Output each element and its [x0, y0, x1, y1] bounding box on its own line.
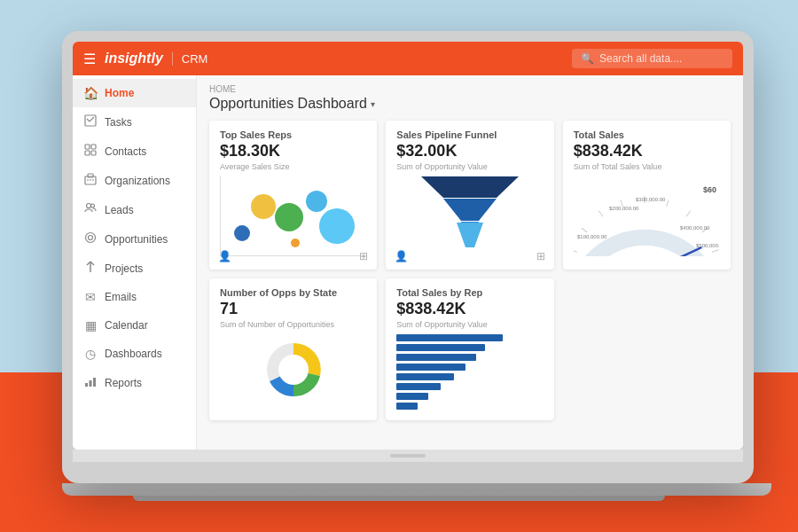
tasks-icon [83, 114, 98, 129]
card-subtitle-top-sales-reps: Average Sales Size [220, 162, 366, 171]
bar-row-5 [396, 373, 543, 380]
gauge-chart: $0.00 $400,000.00 $500,000.00 $200,000.0… [574, 176, 720, 256]
search-input[interactable] [599, 52, 724, 65]
crm-label: CRM [172, 52, 208, 66]
card-subtitle-total-sales: Sum of Total Sales Value [574, 162, 720, 171]
svg-point-43 [278, 355, 309, 385]
svg-rect-3 [85, 151, 90, 155]
sidebar-label-emails: Emails [105, 291, 137, 303]
sidebar-label-home: Home [105, 87, 134, 99]
bubble-4 [319, 208, 355, 244]
sidebar-label-projects: Projects [105, 262, 143, 275]
home-icon: 🏠 [83, 86, 98, 100]
card-total-sales: Total Sales $838.42K Sum of Total Sales … [563, 121, 731, 270]
sidebar-label-organizations: Organizations [105, 175, 170, 187]
sidebar-item-home[interactable]: 🏠 Home [73, 79, 196, 107]
svg-line-31 [686, 211, 691, 216]
person-icon-2: 👤 [395, 250, 408, 262]
sidebar-item-emails[interactable]: ✉ Emails [73, 283, 196, 311]
bubble-1 [251, 194, 276, 219]
svg-rect-2 [91, 145, 96, 149]
sidebar-item-contacts[interactable]: Contacts [73, 137, 196, 166]
svg-rect-1 [85, 145, 90, 149]
svg-rect-19 [93, 378, 96, 387]
dashboards-icon: ◷ [83, 347, 98, 361]
leads-icon [83, 202, 98, 217]
bar-row-1 [396, 334, 543, 341]
calendar-icon: ▦ [83, 318, 98, 332]
bubble-3 [306, 191, 327, 212]
sidebar-item-calendar[interactable]: ▦ Calendar [73, 311, 196, 340]
sidebar-label-calendar: Calendar [105, 319, 148, 332]
card-footer-sales-pipeline: 👤 ⊞ [386, 250, 553, 262]
card-title-sales-pipeline: Sales Pipeline Funnel [396, 129, 543, 140]
sidebar-item-tasks[interactable]: Tasks [73, 107, 196, 137]
bar-row-4 [396, 364, 543, 371]
bubble-chart [220, 176, 366, 256]
donut-chart [220, 334, 366, 405]
sidebar-item-opportunities[interactable]: Opportunities [73, 224, 196, 254]
opportunities-icon [83, 231, 98, 246]
sidebar-label-reports: Reports [105, 377, 142, 389]
bar-row-3 [396, 354, 543, 361]
card-value-sales-pipeline: $32.00K [396, 142, 543, 160]
svg-point-12 [86, 233, 96, 243]
svg-line-25 [574, 250, 577, 252]
sidebar-label-opportunities: Opportunities [105, 233, 168, 246]
card-value-top-sales-reps: $18.30K [220, 142, 366, 160]
page-title: Opportunities Dashboard [209, 96, 367, 112]
svg-line-33 [712, 250, 719, 252]
emails-icon: ✉ [83, 290, 98, 304]
svg-line-30 [666, 200, 668, 207]
reports-icon [83, 375, 98, 390]
bar-chart [396, 334, 543, 410]
svg-rect-4 [91, 151, 96, 155]
card-title-top-sales-reps: Top Sales Reps [220, 129, 366, 140]
sidebar-item-projects[interactable]: Projects [73, 254, 196, 283]
card-title-total-sales-by-rep: Total Sales by Rep [396, 287, 543, 298]
projects-icon [83, 261, 98, 276]
page-title-dropdown-icon[interactable]: ▾ [371, 99, 375, 109]
svg-line-27 [598, 211, 603, 216]
sidebar-item-dashboards[interactable]: ◷ Dashboards [73, 340, 196, 368]
sidebar-item-leads[interactable]: Leads [73, 195, 196, 224]
organizations-icon [83, 173, 98, 188]
search-icon: 🔍 [581, 52, 594, 65]
main-content: HOME Opportunities Dashboard ▾ Top Sales… [197, 75, 743, 450]
bar-row-2 [396, 344, 543, 351]
dashboard-grid: Top Sales Reps $18.30K Average Sales Siz… [209, 121, 731, 420]
svg-marker-23 [457, 223, 483, 247]
breadcrumb: HOME [209, 84, 731, 94]
topnav: ☰ insightly CRM 🔍 [73, 42, 743, 75]
card-sales-pipeline: Sales Pipeline Funnel $32.00K Sum of Opp… [386, 121, 553, 270]
svg-text:$400,000.00: $400,000.00 [680, 225, 710, 231]
hamburger-icon[interactable]: ☰ [83, 51, 96, 67]
card-title-opps-by-state: Number of Opps by State [220, 287, 366, 298]
sidebar-label-contacts: Contacts [105, 145, 146, 158]
card-title-total-sales: Total Sales [574, 129, 720, 140]
sidebar: 🏠 Home Tasks [73, 75, 197, 450]
card-top-sales-reps: Top Sales Reps $18.30K Average Sales Siz… [209, 121, 377, 270]
grid-icon: ⊞ [359, 250, 368, 262]
svg-text:$100,000.00: $100,000.00 [577, 234, 607, 239]
bar-row-8 [396, 403, 543, 410]
card-subtitle-total-sales-by-rep: Sum of Opportunity Value [396, 320, 543, 329]
card-total-sales-by-rep: Total Sales by Rep $838.42K Sum of Oppor… [386, 278, 553, 420]
person-icon: 👤 [218, 250, 231, 262]
svg-point-13 [89, 236, 93, 240]
card-value-total-sales: $838.42K [574, 142, 720, 160]
funnel-chart [396, 176, 543, 261]
sidebar-item-reports[interactable]: Reports [73, 368, 196, 397]
bar-row-7 [396, 393, 543, 400]
svg-text:$300,000.00: $300,000.00 [636, 197, 666, 202]
sidebar-item-organizations[interactable]: Organizations [73, 166, 196, 195]
card-footer-top-sales-reps: 👤 ⊞ [209, 250, 377, 262]
grid-icon-2: ⊞ [536, 250, 545, 262]
card-value-opps-by-state: 71 [220, 300, 366, 318]
search-bar[interactable]: 🔍 [572, 49, 732, 68]
bubble-2 [275, 203, 303, 231]
bubble-6 [291, 239, 300, 247]
svg-point-11 [91, 204, 95, 207]
svg-line-26 [581, 228, 586, 232]
bar-row-6 [396, 383, 543, 390]
